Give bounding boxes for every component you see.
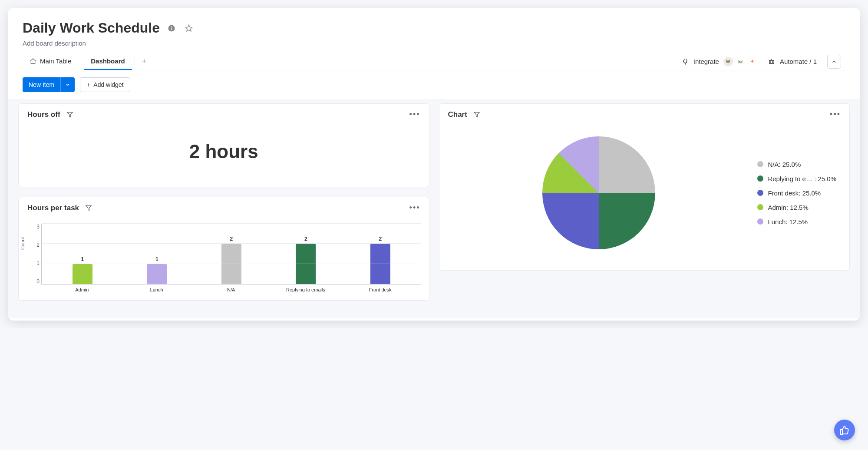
hubspot-icon: ✦ <box>748 57 757 66</box>
legend-label: Admin: 12.5% <box>768 204 808 211</box>
chart-widget: Chart ••• N/A: 25.0%Replying to e… : 25.… <box>439 103 850 271</box>
bar-item: 2 <box>343 224 418 284</box>
svg-marker-3 <box>185 25 192 31</box>
bar-item: 1 <box>45 224 120 284</box>
legend-label: Front desk: 25.0% <box>768 189 821 197</box>
legend-swatch <box>757 218 763 225</box>
bar-rect <box>221 244 241 284</box>
hours-off-value: 2 hours <box>19 125 429 187</box>
bar-value-label: 2 <box>379 236 382 242</box>
legend-item: Front desk: 25.0% <box>757 189 836 197</box>
tab-dashboard[interactable]: Dashboard <box>84 53 132 70</box>
y-tick: 2 <box>36 242 40 248</box>
legend-label: Lunch: 12.5% <box>768 218 808 225</box>
x-tick: Replying to emails <box>268 287 343 292</box>
automate-button[interactable]: Automate / 1 <box>768 58 817 66</box>
add-widget-label: Add widget <box>93 81 123 88</box>
svg-rect-2 <box>171 26 172 27</box>
bar-rect <box>147 264 167 284</box>
integration-icons: ✉ ✦ <box>723 57 757 66</box>
board-title: Daily Work Schedule <box>23 20 160 36</box>
x-tick: N/A <box>194 287 268 292</box>
legend-item: N/A: 25.0% <box>757 161 836 168</box>
tabs-row: Main Table Dashboard + Integrate ✉ <box>23 53 845 70</box>
chevron-down-icon <box>65 82 70 87</box>
legend-item: Admin: 12.5% <box>757 204 836 211</box>
tab-divider <box>135 57 135 66</box>
legend-swatch <box>757 161 763 167</box>
filter-icon[interactable] <box>473 111 480 118</box>
legend-label: N/A: 25.0% <box>768 161 801 168</box>
integrate-button[interactable]: Integrate ✉ ✦ <box>681 57 757 66</box>
robot-icon <box>768 58 776 66</box>
svg-marker-9 <box>474 112 479 117</box>
add-tab-button[interactable]: + <box>138 55 151 68</box>
pie-legend: N/A: 25.0%Replying to e… : 25.0%Front de… <box>757 161 836 225</box>
widget-more-icon[interactable]: ••• <box>409 203 420 212</box>
chevron-up-icon <box>831 59 837 65</box>
gmail-icon <box>736 57 745 66</box>
dashboard-content: Hours off ••• 2 hours Hours per task <box>8 99 860 318</box>
y-tick: 0 <box>36 278 40 285</box>
legend-swatch <box>757 175 763 182</box>
x-tick: Admin <box>45 287 119 292</box>
hours-per-task-widget: Hours per task ••• Count 3210 <box>18 197 429 301</box>
hours-off-widget: Hours off ••• 2 hours <box>18 103 429 187</box>
new-item-split-button: New Item <box>23 77 75 92</box>
bar-item: 1 <box>120 224 195 284</box>
board-header: Daily Work Schedule Add board descriptio… <box>8 8 860 70</box>
bar-value-label: 2 <box>304 236 307 242</box>
tab-divider <box>81 57 81 66</box>
automate-label: Automate / 1 <box>780 58 817 65</box>
legend-label: Replying to e… : 25.0% <box>768 175 836 182</box>
integrate-icon <box>681 58 689 66</box>
bar-value-label: 2 <box>230 236 233 242</box>
svg-point-5 <box>770 62 771 63</box>
bar-rect <box>73 264 92 284</box>
tab-main-table[interactable]: Main Table <box>23 53 78 70</box>
collapse-header-button[interactable] <box>827 55 841 69</box>
svg-point-6 <box>772 62 773 63</box>
svg-rect-1 <box>171 27 172 30</box>
x-tick: Front desk <box>343 287 418 292</box>
widget-title: Hours per task <box>27 204 79 212</box>
star-icon[interactable] <box>183 23 195 34</box>
board-description[interactable]: Add board description <box>23 40 845 47</box>
y-tick: 3 <box>36 224 40 230</box>
svg-marker-8 <box>86 205 91 210</box>
legend-swatch <box>757 204 763 210</box>
bar-item: 2 <box>269 224 343 284</box>
tab-label: Dashboard <box>91 57 125 65</box>
integrate-label: Integrate <box>693 58 719 65</box>
bar-value-label: 1 <box>155 256 158 262</box>
toolbar: New Item + Add widget <box>8 70 860 99</box>
new-item-dropdown[interactable] <box>60 77 75 92</box>
widget-title: Hours off <box>27 110 60 119</box>
pie-chart <box>542 136 655 249</box>
legend-swatch <box>757 190 763 196</box>
filter-icon[interactable] <box>85 205 92 212</box>
plus-icon: + <box>86 81 90 88</box>
bar-rect <box>296 244 316 284</box>
bar-rect <box>370 244 390 284</box>
y-tick: 1 <box>36 260 40 266</box>
bar-value-label: 1 <box>81 256 84 262</box>
info-icon[interactable] <box>166 23 177 34</box>
widget-more-icon[interactable]: ••• <box>409 110 420 119</box>
y-axis-label: Count <box>20 237 25 250</box>
legend-item: Lunch: 12.5% <box>757 218 836 225</box>
app-frame: Daily Work Schedule Add board descriptio… <box>8 8 860 321</box>
legend-item: Replying to e… : 25.0% <box>757 175 836 182</box>
new-item-label: New Item <box>29 81 54 88</box>
bar-item: 2 <box>194 224 269 284</box>
x-tick: Lunch <box>119 287 194 292</box>
bar-chart: Count 3210 11222 AdminLunchN/AReplying t… <box>19 218 429 300</box>
svg-marker-7 <box>67 112 73 117</box>
filter-icon[interactable] <box>66 111 73 118</box>
home-icon <box>30 58 36 65</box>
widget-title: Chart <box>448 110 467 119</box>
mailchimp-icon: ✉ <box>723 57 733 66</box>
new-item-button[interactable]: New Item <box>23 77 60 92</box>
widget-more-icon[interactable]: ••• <box>830 110 841 119</box>
add-widget-button[interactable]: + Add widget <box>80 77 130 92</box>
